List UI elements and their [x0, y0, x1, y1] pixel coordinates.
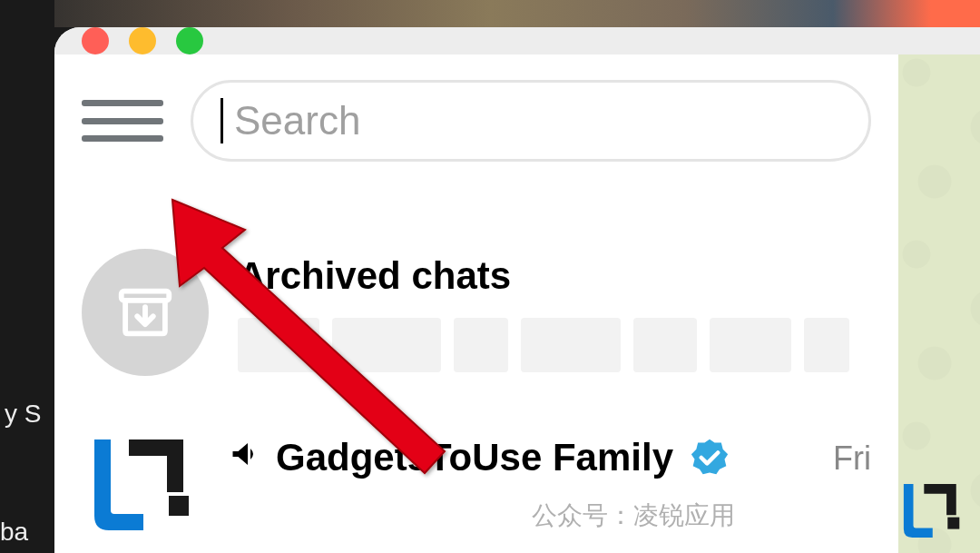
chat-avatar-gtu	[82, 439, 200, 535]
chat-sidebar: Archived chats	[54, 54, 898, 553]
bg-text-fragment: y S	[5, 400, 41, 429]
hamburger-line-icon	[82, 135, 163, 142]
chat-content: GadgetsToUse Family Fri	[229, 430, 871, 479]
chat-list: Archived chats	[54, 180, 898, 553]
chat-content: Archived chats	[238, 249, 871, 372]
search-input[interactable]	[234, 98, 841, 143]
app-body: Archived chats	[54, 54, 980, 553]
hamburger-line-icon	[82, 100, 163, 106]
redacted-block	[454, 318, 508, 372]
background-left-strip: y S ba	[0, 0, 54, 553]
hamburger-menu-button[interactable]	[82, 96, 163, 145]
redacted-block	[804, 318, 849, 372]
chat-panel-background	[898, 54, 980, 553]
channel-megaphone-icon	[229, 436, 261, 479]
archive-avatar	[82, 249, 209, 376]
svg-rect-0	[122, 291, 170, 301]
app-window: Archived chats	[54, 27, 980, 553]
redacted-block	[633, 318, 697, 372]
redacted-block	[710, 318, 791, 372]
svg-rect-3	[947, 518, 959, 529]
close-window-button[interactable]	[82, 27, 109, 54]
chat-time-label: Fri	[833, 439, 871, 478]
minimize-window-button[interactable]	[129, 27, 156, 54]
svg-rect-1	[169, 496, 189, 516]
verified-badge-icon	[690, 438, 730, 478]
watermark-logo-icon: GADGETS TO USE	[896, 484, 966, 544]
redacted-block	[238, 318, 319, 372]
sidebar-top-row	[54, 54, 898, 180]
background-top-strip	[0, 0, 980, 27]
chat-title-text: GadgetsToUse Family	[276, 436, 673, 479]
maximize-window-button[interactable]	[176, 27, 203, 54]
chat-title: GadgetsToUse Family	[229, 436, 871, 479]
search-field-wrap[interactable]	[191, 80, 871, 162]
gtu-logo-icon	[82, 439, 200, 535]
redacted-block	[521, 318, 621, 372]
archived-chats-item[interactable]: Archived chats	[54, 234, 898, 403]
watermark-text: 公众号：凌锐应用	[532, 499, 735, 533]
chat-title: Archived chats	[238, 254, 871, 298]
bg-text-fragment: ba	[0, 518, 28, 547]
text-cursor-icon	[220, 98, 223, 143]
redacted-block	[332, 318, 441, 372]
hamburger-line-icon	[82, 118, 163, 124]
archive-box-icon	[113, 281, 177, 344]
chat-preview-redacted	[238, 318, 871, 372]
chat-item-gadgetstouse[interactable]: GadgetsToUse Family Fri	[54, 403, 898, 553]
titlebar	[54, 27, 980, 54]
